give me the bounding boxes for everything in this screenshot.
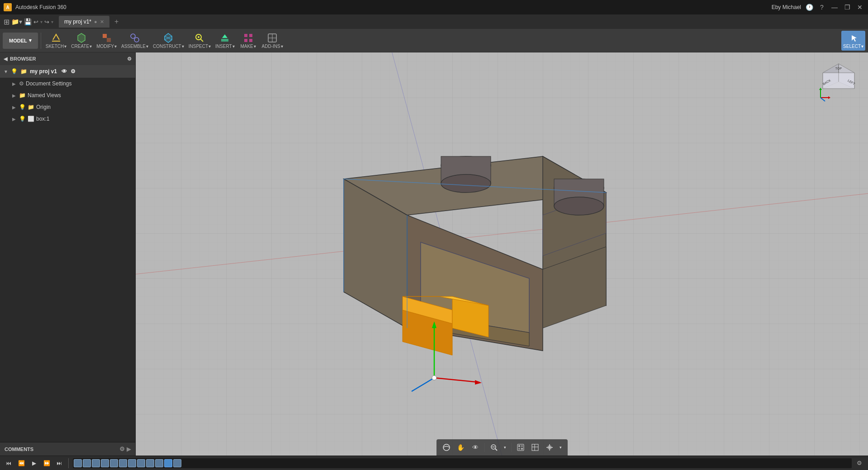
svg-rect-74 [521, 448, 523, 450]
viewport-canvas: TOP BACK LEFT [136, 52, 868, 456]
comments-expand-icon[interactable]: ▶ [127, 446, 131, 452]
svg-point-53 [432, 376, 436, 380]
new-tab-btn[interactable]: + [111, 16, 122, 27]
timeline-item-2[interactable] [83, 459, 91, 467]
redo-arrow[interactable]: ▾ [51, 19, 53, 24]
comments-bar[interactable]: COMMENTS ⚙ ▶ [0, 442, 135, 456]
create-icon [76, 33, 87, 43]
comments-left: COMMENTS [5, 446, 33, 452]
undo-btn[interactable]: ↩ [33, 19, 38, 25]
undo-arrow[interactable]: ▾ [40, 19, 43, 24]
tool-make[interactable]: MAKE▾ [237, 31, 259, 51]
view-cube[interactable]: TOP BACK LEFT [818, 61, 859, 102]
timeline-item-4[interactable] [101, 459, 109, 467]
tab-unsaved-icon: ● [94, 19, 97, 24]
svg-marker-62 [828, 96, 830, 99]
close-btn[interactable]: ✕ [855, 3, 864, 12]
app-title: Autodesk Fusion 360 [15, 4, 66, 10]
tool-create[interactable]: CREATE▾ [69, 31, 94, 51]
toolbar: MODEL ▾ SKETCH▾ CREATE▾ MODIFY▾ ASSEMBLE… [0, 29, 868, 52]
timeline-item-8[interactable] [137, 459, 145, 467]
tool-inspect[interactable]: INSPECT▾ [187, 31, 213, 51]
construct-label: CONSTRUCT▾ [153, 44, 184, 49]
mode-arrow: ▾ [29, 38, 32, 43]
toolbar-sep-1 [41, 33, 41, 49]
create-label: CREATE▾ [71, 44, 92, 49]
apps-grid-icon[interactable]: ⊞ [4, 18, 9, 26]
vp-sep-2 [511, 443, 512, 452]
tool-sketch[interactable]: SKETCH▾ [44, 31, 69, 51]
timeline-settings-icon[interactable]: ⚙ [854, 458, 864, 468]
comments-settings-icon[interactable]: ⚙ [119, 446, 125, 452]
assemble-label: ASSEMBLE▾ [121, 44, 148, 49]
svg-point-37 [441, 174, 491, 193]
root-gear-icon[interactable]: ⚙ [71, 68, 76, 75]
maximize-btn[interactable]: ❐ [843, 3, 852, 12]
box1-label: box:1 [36, 116, 49, 122]
file-menu-btn[interactable]: 📁▾ [11, 18, 22, 25]
tab-proj-v1[interactable]: my proj v1* ● ✕ [59, 16, 109, 28]
svg-marker-12 [222, 34, 228, 38]
root-watch-icon[interactable]: 👁 [62, 68, 67, 75]
named-views-label: Named Views [28, 92, 61, 99]
expand-named-views: ▶ [11, 92, 17, 99]
timeline-item-7[interactable] [128, 459, 136, 467]
timeline-track[interactable] [73, 458, 852, 468]
timeline-item-10[interactable] [155, 459, 163, 467]
timeline-item-3[interactable] [92, 459, 100, 467]
modify-label: MODIFY▾ [96, 44, 117, 49]
zoom-btn[interactable] [488, 441, 500, 454]
timeline-item-1[interactable] [74, 459, 82, 467]
root-label: my proj v1 [30, 68, 57, 75]
tool-insert[interactable]: INSERT▾ [213, 31, 237, 51]
snap-btn[interactable] [543, 441, 556, 454]
orbit-btn[interactable] [440, 441, 453, 454]
timeline-item-12[interactable] [173, 459, 181, 467]
tool-construct[interactable]: CONSTRUCT▾ [151, 31, 186, 51]
help-btn[interactable]: ? [817, 3, 826, 12]
tool-assemble[interactable]: ASSEMBLE▾ [119, 31, 150, 51]
browser-header[interactable]: ◀ BROWSER ⚙ [0, 52, 135, 65]
tool-select[interactable]: SELECT▾ [841, 31, 865, 51]
redo-btn[interactable]: ↪ [44, 19, 49, 25]
viewport[interactable]: TOP BACK LEFT ✋ 👁 [136, 52, 868, 456]
timeline-play[interactable]: ▶ [29, 458, 39, 468]
timeline-play-back[interactable]: ⏪ [16, 458, 26, 468]
timeline-sep-1 [68, 458, 69, 468]
timeline-play-back-start[interactable]: ⏮ [4, 458, 14, 468]
browser-item-named-views[interactable]: ▶ 📁 Named Views [0, 89, 135, 101]
inspect-icon [194, 33, 205, 43]
zoom-options-arrow[interactable]: ▾ [502, 441, 508, 454]
box1-shape-icon: ⬜ [28, 116, 34, 122]
tool-addins[interactable]: ADD-INS▾ [260, 31, 285, 51]
timeline: ⏮ ⏪ ▶ ⏩ ⏭ ⚙ [0, 456, 868, 470]
browser-item-origin[interactable]: ▶ 💡 📁 Origin [0, 101, 135, 113]
svg-rect-72 [521, 445, 523, 447]
browser-settings-icon[interactable]: ⚙ [127, 56, 132, 62]
snap-options-arrow[interactable]: ▾ [558, 441, 564, 454]
pan-btn[interactable]: ✋ [455, 441, 467, 454]
tab-close-icon[interactable]: ✕ [100, 19, 104, 25]
root-folder-icon: 📁 [20, 68, 27, 75]
timeline-item-9[interactable] [146, 459, 154, 467]
make-label: MAKE▾ [240, 44, 256, 49]
minimize-btn[interactable]: — [830, 3, 839, 12]
doc-settings-label: Document Settings [26, 80, 71, 87]
svg-rect-11 [221, 39, 228, 42]
timeline-item-11[interactable] [164, 459, 172, 467]
timeline-item-6[interactable] [119, 459, 127, 467]
timeline-play-forward-end[interactable]: ⏭ [54, 458, 64, 468]
browser-item-doc-settings[interactable]: ▶ ⚙ Document Settings [0, 78, 135, 89]
save-btn[interactable]: 💾 [24, 18, 32, 25]
display-mode-btn[interactable] [514, 441, 527, 454]
history-back-btn[interactable]: 🕐 [805, 3, 814, 12]
svg-rect-0 [52, 41, 60, 42]
grid-btn[interactable] [529, 441, 541, 454]
browser-item-box1[interactable]: ▶ 💡 ⬜ box:1 [0, 113, 135, 125]
mode-button[interactable]: MODEL ▾ [3, 33, 38, 49]
look-btn[interactable]: 👁 [469, 441, 482, 454]
timeline-item-5[interactable] [110, 459, 118, 467]
browser-root-item[interactable]: ▼ 💡 📁 my proj v1 👁 ⚙ [0, 65, 135, 78]
timeline-play-forward[interactable]: ⏩ [42, 458, 52, 468]
tool-modify[interactable]: MODIFY▾ [95, 31, 119, 51]
